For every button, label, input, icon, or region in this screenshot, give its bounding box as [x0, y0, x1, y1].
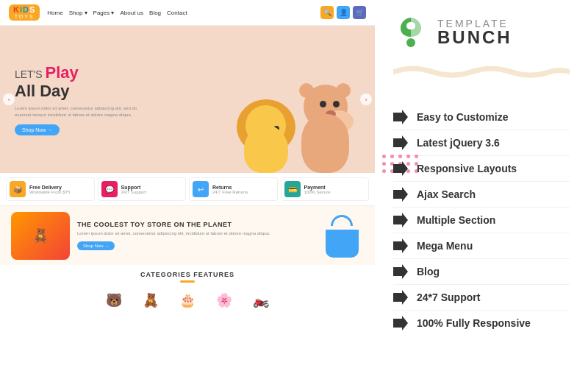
- cat-soft-toys: 🐻: [100, 286, 128, 314]
- promo-shop-button[interactable]: Shop Now →: [77, 241, 115, 250]
- hero-lets: LET'S Play: [15, 63, 147, 82]
- dot-4: [406, 155, 410, 158]
- returns-icon: ↩: [193, 181, 209, 197]
- nav-pages[interactable]: Pages ▾: [93, 10, 115, 16]
- brand-logo-icon: [393, 15, 429, 50]
- hero-title: All Day: [15, 82, 147, 100]
- feature-label-8: 24*7 Support: [417, 291, 480, 303]
- feature-label-7: Blog: [417, 266, 440, 277]
- feature-mega-menu: Mega Menu: [393, 233, 570, 259]
- slider-prev-button[interactable]: ‹: [3, 93, 15, 105]
- bucket-body: [326, 230, 359, 258]
- categories-divider: [180, 280, 195, 283]
- feature-payment-sub: 100% Secure: [304, 190, 331, 194]
- nav-blog[interactable]: Blog: [149, 10, 161, 16]
- dot-15: [415, 169, 418, 173]
- feature-payment-title: Payment: [304, 185, 331, 190]
- feature-support-text: Support 24/7 Support: [121, 185, 146, 194]
- dot-1: [382, 155, 386, 158]
- feature-label-3: Responsive Layouts: [417, 163, 517, 174]
- feature-returns-sub: 24/7 Free Returns: [212, 190, 248, 194]
- brand-bunch-label: BUnCH: [437, 29, 512, 46]
- cat-vehicles-icon: 🏍️: [247, 286, 275, 314]
- bucket-image: [320, 213, 364, 258]
- promo-content: THE COOLEST TOY STORE ON THE PLANET Lore…: [77, 221, 312, 250]
- feature-label-6: Mega Menu: [417, 240, 473, 252]
- feature-ajax: Ajax Search: [393, 182, 570, 208]
- categories-items: 🐻 🧸 🎂 🌸 🏍️: [7, 286, 368, 314]
- cat-birthday: 🎂: [173, 286, 201, 314]
- bear-eye-right: [333, 101, 340, 107]
- nav-links: Home Shop ▾ Pages ▾ About us Blog Contac…: [47, 10, 313, 16]
- feature-label-1: Easy to Customize: [417, 111, 508, 123]
- support-icon: 💬: [101, 181, 118, 197]
- lion-toy: [235, 92, 298, 173]
- wave-decoration: [393, 61, 570, 79]
- dot-14: [406, 169, 410, 173]
- slider-next-button[interactable]: ›: [360, 93, 372, 105]
- feature-support-247: 24*7 Support: [393, 285, 570, 311]
- feature-payment-text: Payment 100% Secure: [304, 185, 331, 194]
- hero-desc: Lorem ipsum dolor sit amet, consectetur …: [15, 105, 147, 118]
- promo-image: 🧸: [11, 212, 70, 260]
- dot-5: [415, 155, 418, 158]
- feature-delivery-sub: Worldwide From $75: [29, 190, 70, 194]
- nav-about[interactable]: About us: [120, 10, 143, 16]
- logo-kids: KIDS: [13, 6, 35, 14]
- dot-11: [382, 169, 386, 173]
- cat-soft-toys-icon: 🐻: [100, 286, 128, 314]
- feature-multiple-section: Multiple Section: [393, 208, 570, 233]
- features-bar: 📦 Free Delivery Worldwide From $75 💬 Sup…: [0, 173, 375, 206]
- hero-toys: [235, 77, 360, 173]
- delivery-icon: 📦: [10, 181, 26, 197]
- nav-contact[interactable]: Contact: [167, 10, 187, 16]
- arrow-icon-6: [393, 238, 408, 253]
- cat-plush: 🧸: [137, 286, 165, 314]
- feature-label-2: Latest jQuery 3.6: [417, 137, 500, 149]
- arrow-icon-8: [393, 290, 408, 305]
- arrow-icon-1: [393, 110, 408, 124]
- nav-icons: 🔍 👤 🛒: [320, 6, 366, 19]
- cart-icon[interactable]: 🛒: [353, 6, 366, 19]
- hero-content: LET'S Play All Day Lorem ipsum dolor sit…: [0, 49, 162, 149]
- promo-title: THE COOLEST TOY STORE ON THE PLANET: [77, 221, 312, 228]
- user-icon[interactable]: 👤: [337, 6, 350, 19]
- feature-label-5: Multiple Section: [417, 214, 495, 226]
- hero-play: Play: [46, 63, 79, 82]
- feature-support-sub: 24/7 Support: [121, 190, 146, 194]
- dot-10: [415, 162, 418, 166]
- dot-9: [406, 162, 410, 166]
- feature-label-9: 100% Fully Responsive: [417, 317, 531, 329]
- logo-toys: TOYS: [15, 14, 35, 19]
- features-list: Easy to Customize Latest jQuery 3.6 Resp…: [393, 105, 570, 336]
- promo-desc: Lorem ipsum dolor sit amet, consectetur …: [77, 230, 312, 236]
- right-panel: templATe BUnCH Easy to Customize: [375, 0, 588, 368]
- feature-label-4: Ajax Search: [417, 188, 476, 200]
- categories-title: CATEGORIES FEATURES: [7, 271, 368, 278]
- feature-delivery-title: Free Delivery: [29, 185, 70, 190]
- nav-shop[interactable]: Shop ▾: [69, 10, 87, 16]
- hero-shop-button[interactable]: Shop Now →: [15, 124, 60, 135]
- feature-support-title: Support: [121, 185, 146, 190]
- arrow-icon-7: [393, 264, 408, 279]
- cat-birthday-icon: 🎂: [173, 286, 201, 314]
- lion-body: [244, 125, 288, 173]
- svg-point-0: [406, 38, 415, 47]
- bear-body: [301, 114, 349, 173]
- nav-home[interactable]: Home: [47, 10, 62, 16]
- promo-section: 🧸 THE COOLEST TOY STORE ON THE PLANET Lo…: [0, 206, 375, 265]
- left-panel: KIDS TOYS Home Shop ▾ Pages ▾ About us B…: [0, 0, 375, 368]
- cat-vehicles: 🏍️: [247, 286, 275, 314]
- search-icon[interactable]: 🔍: [320, 6, 334, 19]
- feature-delivery: 📦 Free Delivery Worldwide From $75: [6, 177, 95, 201]
- bucket-handle: [331, 215, 353, 226]
- brand-header: templATe BUnCH: [393, 15, 570, 50]
- feature-returns-title: Returns: [212, 185, 248, 190]
- feature-easy-customize: Easy to Customize: [393, 105, 570, 130]
- logo: KIDS TOYS: [9, 4, 40, 21]
- arrow-icon-5: [393, 213, 408, 227]
- feature-fully-responsive: 100% Fully Responsive: [393, 311, 570, 336]
- feature-returns-text: Returns 24/7 Free Returns: [212, 185, 248, 194]
- arrow-icon-4: [393, 187, 408, 202]
- cat-flowers: 🌸: [210, 286, 238, 314]
